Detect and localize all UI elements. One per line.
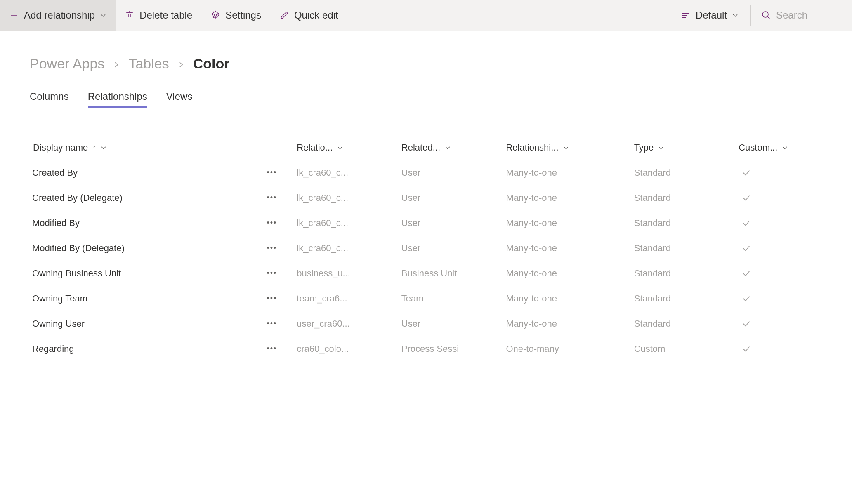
- tab-columns[interactable]: Columns: [30, 91, 69, 108]
- row-more-button[interactable]: •••: [264, 292, 279, 305]
- row-displayname: Regarding: [32, 344, 74, 354]
- check-icon: [742, 219, 751, 228]
- row-displayname: Owning Business Unit: [32, 268, 121, 279]
- chevron-down-icon: [563, 144, 569, 151]
- row-relationshiptype: Many-to-one: [503, 210, 631, 236]
- column-header-displayname[interactable]: Display name ↑: [30, 137, 294, 160]
- quick-edit-label: Quick edit: [294, 9, 338, 21]
- trash-icon: [125, 10, 135, 20]
- column-header-type[interactable]: Type: [632, 137, 736, 160]
- row-relationshipname: business_u...: [294, 261, 399, 286]
- chevron-down-icon: [100, 144, 107, 151]
- table-row[interactable]: Modified By•••lk_cra60_c...UserMany-to-o…: [30, 210, 822, 236]
- table-row[interactable]: Created By (Delegate)•••lk_cra60_c...Use…: [30, 185, 822, 210]
- chevron-down-icon: [444, 144, 451, 151]
- row-displayname: Modified By (Delegate): [32, 243, 125, 254]
- plus-icon: [9, 10, 19, 20]
- row-type: Standard: [632, 286, 736, 311]
- chevron-down-icon: [781, 144, 788, 151]
- row-relationshipname: lk_cra60_c...: [294, 185, 399, 210]
- row-displayname: Created By (Delegate): [32, 193, 123, 203]
- breadcrumb-root[interactable]: Power Apps: [30, 56, 104, 72]
- row-customizable: [736, 336, 822, 361]
- table-row[interactable]: Owning Team•••team_cra6...TeamMany-to-on…: [30, 286, 822, 311]
- breadcrumb: Power Apps Tables Color: [30, 56, 822, 72]
- list-icon: [681, 10, 691, 20]
- row-type: Standard: [632, 236, 736, 261]
- row-more-button[interactable]: •••: [264, 317, 279, 330]
- check-icon: [742, 269, 751, 278]
- check-icon: [742, 294, 751, 303]
- row-type: Standard: [632, 160, 736, 186]
- command-bar: Add relationship Delete table Settings Q…: [0, 0, 852, 31]
- check-icon: [742, 168, 751, 177]
- toolbar-divider: [750, 5, 751, 26]
- pencil-icon: [279, 10, 289, 20]
- breadcrumb-tables[interactable]: Tables: [128, 56, 169, 72]
- row-relatedtable: User: [399, 236, 504, 261]
- breadcrumb-current: Color: [193, 56, 230, 72]
- add-relationship-label: Add relationship: [24, 9, 95, 21]
- row-displayname: Owning Team: [32, 293, 87, 304]
- row-customizable: [736, 261, 822, 286]
- tab-views[interactable]: Views: [166, 91, 193, 108]
- relationships-table: Display name ↑ Relatio... Relate: [30, 137, 822, 361]
- row-more-button[interactable]: •••: [264, 241, 279, 255]
- row-relationshipname: lk_cra60_c...: [294, 210, 399, 236]
- chevron-down-icon: [100, 12, 106, 19]
- table-row[interactable]: Modified By (Delegate)•••lk_cra60_c...Us…: [30, 236, 822, 261]
- column-header-relationshipname[interactable]: Relatio...: [294, 137, 399, 160]
- table-row[interactable]: Created By•••lk_cra60_c...UserMany-to-on…: [30, 160, 822, 186]
- quick-edit-button[interactable]: Quick edit: [270, 0, 347, 31]
- row-type: Standard: [632, 185, 736, 210]
- add-relationship-button[interactable]: Add relationship: [0, 0, 116, 31]
- row-displayname: Owning User: [32, 318, 85, 329]
- row-more-button[interactable]: •••: [264, 216, 279, 230]
- check-icon: [742, 319, 751, 328]
- search-icon: [761, 10, 771, 20]
- row-more-button[interactable]: •••: [264, 191, 279, 205]
- row-more-button[interactable]: •••: [264, 266, 279, 280]
- table-row[interactable]: Owning User•••user_cra60...UserMany-to-o…: [30, 311, 822, 336]
- row-relationshipname: cra60_colo...: [294, 336, 399, 361]
- row-relatedtable: Process Sessi: [399, 336, 504, 361]
- row-customizable: [736, 185, 822, 210]
- chevron-down-icon: [337, 144, 343, 151]
- delete-table-label: Delete table: [139, 9, 192, 21]
- settings-label: Settings: [225, 9, 261, 21]
- row-relationshiptype: One-to-many: [503, 336, 631, 361]
- row-customizable: [736, 236, 822, 261]
- chevron-right-icon: [113, 56, 120, 72]
- row-customizable: [736, 210, 822, 236]
- row-displayname: Modified By: [32, 218, 80, 228]
- row-relationshipname: team_cra6...: [294, 286, 399, 311]
- row-relationshiptype: Many-to-one: [503, 311, 631, 336]
- chevron-right-icon: [177, 56, 185, 72]
- chevron-down-icon: [658, 144, 664, 151]
- search-box[interactable]: [753, 0, 852, 31]
- column-header-customizable[interactable]: Custom...: [736, 137, 822, 160]
- row-more-button[interactable]: •••: [264, 342, 279, 356]
- tab-strip: Columns Relationships Views: [30, 91, 822, 108]
- delete-table-button[interactable]: Delete table: [116, 0, 201, 31]
- table-row[interactable]: Regarding•••cra60_colo...Process SessiOn…: [30, 336, 822, 361]
- svg-point-11: [762, 12, 768, 17]
- row-relatedtable: User: [399, 210, 504, 236]
- sort-asc-icon: ↑: [92, 143, 96, 153]
- table-row[interactable]: Owning Business Unit•••business_u...Busi…: [30, 261, 822, 286]
- row-type: Custom: [632, 336, 736, 361]
- row-more-button[interactable]: •••: [264, 166, 279, 179]
- check-icon: [742, 193, 751, 203]
- column-header-relatedtable[interactable]: Related...: [399, 137, 504, 160]
- view-selector-button[interactable]: Default: [672, 0, 748, 31]
- row-relatedtable: Team: [399, 286, 504, 311]
- check-icon: [742, 244, 751, 253]
- settings-button[interactable]: Settings: [201, 0, 270, 31]
- search-input[interactable]: [776, 9, 842, 21]
- column-header-relationshiptype[interactable]: Relationshi...: [503, 137, 631, 160]
- row-type: Standard: [632, 261, 736, 286]
- row-customizable: [736, 286, 822, 311]
- check-icon: [742, 344, 751, 353]
- tab-relationships[interactable]: Relationships: [88, 91, 147, 108]
- row-type: Standard: [632, 210, 736, 236]
